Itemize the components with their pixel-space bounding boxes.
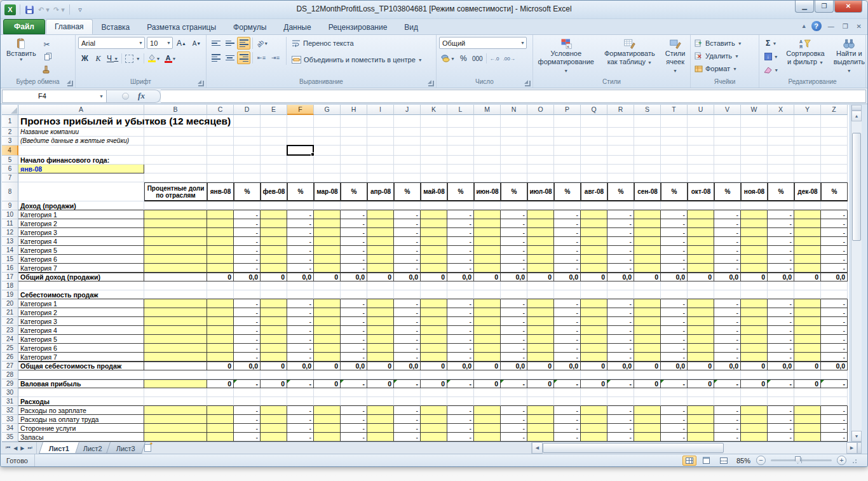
cell-C11[interactable] [207, 219, 234, 228]
cell-U1[interactable] [688, 115, 714, 128]
cell-J35[interactable]: - [394, 433, 421, 442]
cell-P35[interactable]: - [554, 433, 581, 442]
cell-V25[interactable]: - [714, 344, 741, 353]
column-header-P[interactable]: P [554, 105, 581, 115]
cell-G28[interactable] [314, 370, 341, 379]
cell-B27[interactable] [144, 362, 207, 370]
cell-N13[interactable]: - [501, 237, 527, 246]
cell-W13[interactable] [741, 237, 768, 246]
cell-U2[interactable] [688, 128, 714, 137]
cell-F31[interactable] [287, 397, 314, 406]
cell-T2[interactable] [661, 128, 688, 137]
grow-font-button[interactable]: A▲ [175, 37, 188, 50]
cell-X4[interactable] [768, 146, 794, 156]
cell-N32[interactable]: - [501, 406, 527, 415]
cell-Z32[interactable]: - [821, 406, 848, 415]
cell-E25[interactable] [261, 344, 287, 353]
cell-A18[interactable] [18, 281, 144, 290]
cell-Z31[interactable] [821, 397, 848, 406]
cell-M16[interactable] [474, 264, 501, 273]
cell-W31[interactable] [741, 397, 768, 406]
cell-R29[interactable]: - [607, 379, 634, 388]
column-header-C[interactable]: C [207, 105, 234, 115]
cell-V3[interactable] [714, 137, 741, 146]
zoom-slider-thumb[interactable] [795, 456, 801, 464]
cell-Q24[interactable] [581, 335, 607, 344]
cell-J15[interactable]: - [394, 255, 421, 264]
cell-E7[interactable] [261, 173, 287, 182]
cell-P15[interactable]: - [554, 255, 581, 264]
cell-E22[interactable] [261, 317, 287, 326]
cell-E26[interactable] [261, 353, 287, 362]
cell-W5[interactable] [741, 156, 768, 165]
cell-J14[interactable]: - [394, 246, 421, 255]
cell-G26[interactable] [314, 353, 341, 362]
cell-E12[interactable] [261, 228, 287, 237]
cell-A7[interactable] [18, 173, 144, 182]
cell-M12[interactable] [474, 228, 501, 237]
cell-Y10[interactable] [794, 210, 821, 219]
cell-D34[interactable]: - [234, 424, 261, 433]
cell-T21[interactable]: - [661, 308, 688, 317]
cell-H28[interactable] [341, 370, 367, 379]
cell-R20[interactable]: - [607, 299, 634, 308]
cell-S27[interactable]: 0 [634, 362, 661, 370]
cell-W19[interactable] [741, 290, 768, 299]
cell-Z5[interactable] [821, 156, 848, 165]
vertical-split-handle[interactable] [851, 105, 862, 111]
cell-G16[interactable] [314, 264, 341, 273]
workbook-minimize-icon[interactable]: — [826, 23, 836, 30]
cell-U9[interactable] [688, 201, 714, 210]
row-header-26[interactable]: 26 [2, 353, 18, 362]
cell-N8[interactable]: % [501, 182, 527, 201]
cell-R6[interactable] [607, 165, 634, 173]
cell-E14[interactable] [261, 246, 287, 255]
cell-W22[interactable] [741, 317, 768, 326]
cell-I22[interactable] [367, 317, 394, 326]
cell-U31[interactable] [688, 397, 714, 406]
cell-H18[interactable] [341, 281, 367, 290]
align-left-button[interactable] [209, 51, 222, 64]
cell-C16[interactable] [207, 264, 234, 273]
cell-T10[interactable]: - [661, 210, 688, 219]
cell-F15[interactable]: - [287, 255, 314, 264]
cell-Z16[interactable]: - [821, 264, 848, 273]
cell-B23[interactable] [144, 326, 207, 335]
cell-A20[interactable]: Категория 1 [18, 299, 144, 308]
row-header-3[interactable]: 3 [2, 137, 18, 146]
cell-C5[interactable] [207, 156, 234, 165]
cell-Y30[interactable] [794, 388, 821, 397]
cell-L6[interactable] [447, 165, 474, 173]
cell-N3[interactable] [501, 137, 527, 146]
cell-B29[interactable] [144, 379, 207, 388]
cell-K30[interactable] [421, 388, 447, 397]
cell-G1[interactable] [314, 115, 341, 128]
delete-cells-button[interactable]: ✕ Удалить▼ [693, 50, 756, 62]
cell-Q25[interactable] [581, 344, 607, 353]
cell-Z6[interactable] [821, 165, 848, 173]
cell-Y19[interactable] [794, 290, 821, 299]
cell-Q35[interactable] [581, 433, 607, 442]
format-cells-button[interactable]: Формат▼ [693, 62, 756, 75]
cell-W3[interactable] [741, 137, 768, 146]
cell-M6[interactable] [474, 165, 501, 173]
cell-R10[interactable]: - [607, 210, 634, 219]
column-header-V[interactable]: V [714, 105, 741, 115]
cell-G3[interactable] [314, 137, 341, 146]
align-top-button[interactable] [209, 37, 222, 50]
cell-J31[interactable] [394, 397, 421, 406]
align-middle-button[interactable] [223, 37, 236, 50]
format-as-table-button[interactable]: Форматироватькак таблицу ▼ [601, 37, 658, 78]
cell-V2[interactable] [714, 128, 741, 137]
cell-M24[interactable] [474, 335, 501, 344]
cell-E33[interactable] [261, 415, 287, 424]
cell-G24[interactable] [314, 335, 341, 344]
cell-K20[interactable] [421, 299, 447, 308]
cell-D16[interactable]: - [234, 264, 261, 273]
cell-V12[interactable]: - [714, 228, 741, 237]
cell-H5[interactable] [341, 156, 367, 165]
accounting-format-button[interactable]: ▼ [439, 52, 457, 65]
cell-E10[interactable] [261, 210, 287, 219]
cell-L8[interactable]: % [447, 182, 474, 201]
cell-S8[interactable]: сен-08 [634, 182, 661, 201]
